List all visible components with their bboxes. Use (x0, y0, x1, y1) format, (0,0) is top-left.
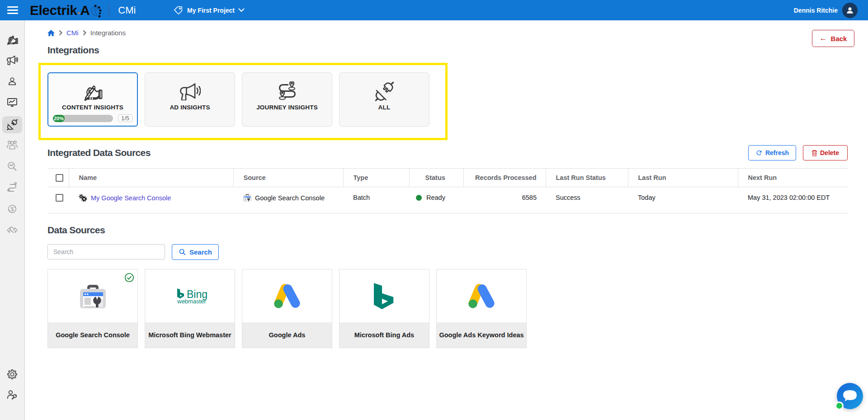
svg-text:$: $ (10, 206, 14, 212)
svg-text:webmaster: webmaster (177, 297, 206, 304)
